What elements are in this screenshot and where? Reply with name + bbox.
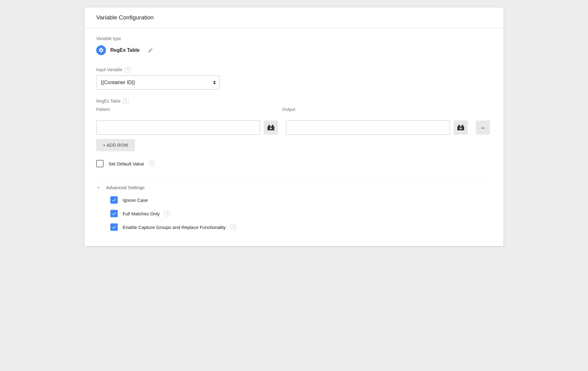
advanced-settings-title: Advanced Settings xyxy=(106,185,145,190)
full-matches-label: Full Matches Only xyxy=(123,211,160,216)
variable-type-name: RegEx Table xyxy=(110,47,140,53)
variable-type-label: Variable type xyxy=(96,36,492,41)
advanced-settings-toggle[interactable]: Advanced Settings xyxy=(96,185,492,190)
check-icon xyxy=(112,211,116,216)
help-icon[interactable]: ? xyxy=(125,67,130,72)
help-icon[interactable]: ? xyxy=(123,98,129,104)
regex-table-headers: Pattern Output xyxy=(96,107,492,112)
svg-rect-4 xyxy=(270,128,272,128)
svg-rect-7 xyxy=(462,125,463,126)
divider xyxy=(96,176,492,176)
add-row-button[interactable]: + ADD ROW xyxy=(96,139,135,151)
capture-groups-row: Enable Capture Groups and Replace Functi… xyxy=(110,223,492,231)
panel-body: Variable type RegEx Table Input Variable… xyxy=(84,28,504,246)
svg-rect-6 xyxy=(458,125,460,126)
gear-icon xyxy=(96,45,106,55)
edit-icon[interactable] xyxy=(148,47,153,53)
help-icon[interactable]: ? xyxy=(231,224,236,230)
set-default-value-checkbox[interactable] xyxy=(96,160,104,167)
svg-rect-2 xyxy=(272,125,273,126)
input-variable-group: Input Variable ? xyxy=(96,67,492,90)
lego-plus-icon xyxy=(457,125,464,130)
svg-rect-1 xyxy=(268,125,270,126)
ignore-case-row: Ignore Case xyxy=(110,196,492,204)
panel-header: Variable Configuration xyxy=(84,7,504,28)
input-variable-label: Input Variable xyxy=(96,67,122,72)
insert-variable-button[interactable] xyxy=(454,120,468,135)
set-default-value-label: Set Default Value xyxy=(108,161,144,166)
check-icon xyxy=(112,225,116,230)
advanced-settings-body: Ignore Case Full Matches Only ? Enable C xyxy=(96,196,492,231)
help-icon[interactable]: ? xyxy=(149,161,155,166)
pattern-column-header: Pattern xyxy=(96,107,260,112)
variable-config-panel: Variable Configuration Variable type Reg… xyxy=(84,7,504,246)
full-matches-row: Full Matches Only ? xyxy=(110,210,492,217)
input-variable-select[interactable] xyxy=(96,75,219,90)
svg-rect-9 xyxy=(460,128,462,128)
help-icon[interactable]: ? xyxy=(165,211,170,216)
pattern-input[interactable] xyxy=(96,120,260,135)
remove-row-button[interactable]: – xyxy=(476,120,490,135)
capture-groups-label: Enable Capture Groups and Replace Functi… xyxy=(123,225,226,230)
table-row: – xyxy=(96,120,492,135)
regex-table-group: RegEx Table ? Pattern Output xyxy=(96,98,492,167)
ignore-case-label: Ignore Case xyxy=(123,198,148,203)
output-input[interactable] xyxy=(286,120,450,135)
capture-groups-checkbox[interactable] xyxy=(110,223,118,231)
panel-title: Variable Configuration xyxy=(96,14,492,21)
chevron-down-icon xyxy=(96,185,101,190)
full-matches-checkbox[interactable] xyxy=(110,210,118,217)
output-column-header: Output xyxy=(282,107,446,112)
lego-plus-icon xyxy=(267,125,274,130)
regex-table-label: RegEx Table xyxy=(96,99,120,104)
insert-variable-button[interactable] xyxy=(264,120,278,135)
ignore-case-checkbox[interactable] xyxy=(110,196,118,204)
check-icon xyxy=(112,198,116,202)
set-default-value-row: Set Default Value ? xyxy=(96,160,492,167)
input-variable-value[interactable] xyxy=(96,75,219,90)
variable-type-row: RegEx Table xyxy=(96,45,492,55)
